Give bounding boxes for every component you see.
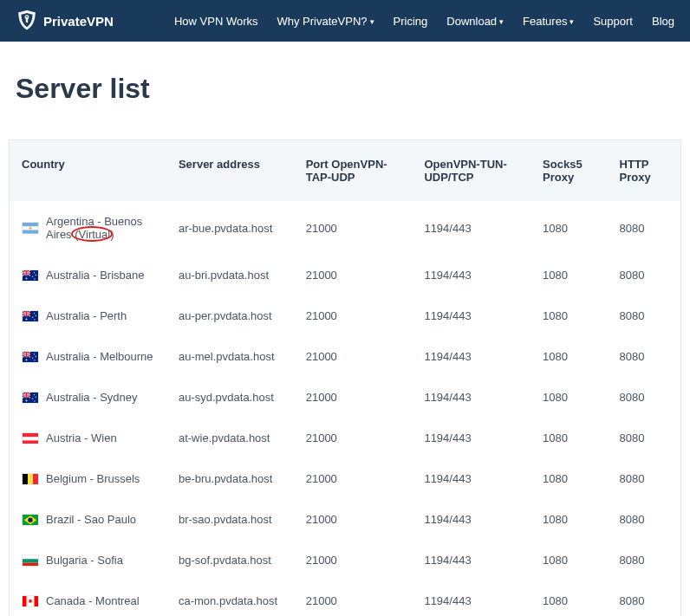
nav-item-label: How VPN Works [174,15,258,28]
cell-tun: 1194/443 [415,295,534,336]
col-tap[interactable]: Port OpenVPN-TAP-UDP [297,140,416,201]
cell-country: Australia - Sydney [10,377,170,418]
nav-item-how-vpn-works[interactable]: How VPN Works [174,15,258,28]
country-label: Austria - Wien [46,431,117,444]
table-row: Australia - Melbourneau-mel.pvdata.host2… [10,336,680,377]
country-label: Australia - Brisbane [46,269,144,282]
cell-http: 8080 [611,580,680,616]
cell-tap: 21000 [297,336,416,377]
svg-point-32 [26,399,28,401]
svg-point-31 [34,400,35,401]
table-row: Australia - Brisbaneau-bri.pvdata.host21… [10,255,680,295]
svg-point-11 [26,277,28,279]
svg-rect-36 [28,474,33,485]
nav-item-download[interactable]: Download▾ [446,15,504,28]
col-socks[interactable]: Socks5 Proxy [534,140,610,201]
cell-http: 8080 [611,377,680,418]
nav-item-support[interactable]: Support [593,15,633,28]
nav-item-blog[interactable]: Blog [652,15,674,28]
cell-country: Belgium - Brussels [10,458,170,499]
nav-items: How VPN WorksWhy PrivateVPN?▾PricingDown… [174,15,674,28]
cell-tap: 21000 [297,540,416,580]
cell-http: 8080 [611,295,680,336]
cell-server: au-mel.pvdata.host [170,336,297,377]
cell-socks: 1080 [534,336,610,377]
cell-country: Bulgaria - Sofia [10,540,170,580]
brand-name: PrivateVPN [43,14,114,29]
country-label: Australia - Sydney [46,391,138,404]
cell-http: 8080 [611,458,680,499]
cell-server: bg-sof.pvdata.host [170,540,297,580]
svg-point-40 [28,517,32,522]
shield-icon [16,9,38,34]
table-header-row: Country Server address Port OpenVPN-TAP-… [10,140,680,201]
svg-point-7 [34,272,35,273]
country-label: Australia - Perth [46,309,127,322]
svg-point-15 [36,314,36,315]
country-label: Canada - Montreal [46,594,140,607]
col-country[interactable]: Country [10,140,170,201]
svg-rect-41 [23,555,38,559]
server-table-wrap: Country Server address Port OpenVPN-TAP-… [9,139,681,616]
svg-point-10 [34,278,35,279]
country-label: Brazil - Sao Paulo [46,513,136,526]
cell-tun: 1194/443 [415,458,534,499]
cell-server: br-sao.pvdata.host [170,499,297,540]
cell-country: Australia - Melbourne [10,336,170,377]
svg-point-28 [34,394,35,395]
svg-rect-37 [33,474,38,485]
cell-country: Argentina - Buenos Aires (Virtual) [10,201,170,255]
cell-socks: 1080 [534,377,610,418]
cell-tun: 1194/443 [415,418,534,458]
svg-point-29 [36,396,36,397]
table-row: Belgium - Brusselsbe-bru.pvdata.host2100… [10,458,680,499]
nav-item-features[interactable]: Features▾ [523,15,574,28]
cell-socks: 1080 [534,418,610,458]
cell-socks: 1080 [534,458,610,499]
be-flag-icon [22,473,39,485]
au-flag-icon [22,351,39,363]
cell-tap: 21000 [297,580,416,616]
svg-rect-43 [23,562,38,566]
cell-http: 8080 [611,499,680,540]
ar-flag-icon [22,222,39,234]
cell-tun: 1194/443 [415,255,534,295]
svg-point-9 [32,276,33,276]
svg-point-4 [29,227,32,230]
br-flag-icon [22,514,39,526]
svg-point-23 [32,357,33,358]
svg-point-22 [36,355,36,356]
cell-socks: 1080 [534,255,610,295]
nav-item-why-privatevpn-[interactable]: Why PrivateVPN?▾ [277,15,374,28]
nav-item-pricing[interactable]: Pricing [394,15,428,28]
svg-point-14 [34,313,35,314]
nav-item-label: Support [593,15,633,28]
at-flag-icon [22,432,39,444]
country-label: Argentina - Buenos Aires (Virtual) [46,215,161,241]
cell-socks: 1080 [534,580,610,616]
col-http[interactable]: HTTP Proxy [611,140,680,201]
cell-http: 8080 [611,336,680,377]
virtual-annotation: (Virtual) [75,228,114,241]
cell-server: au-per.pvdata.host [170,295,297,336]
nav-item-label: Features [523,15,567,28]
cell-tap: 21000 [297,255,416,295]
svg-rect-45 [23,596,26,607]
col-tun[interactable]: OpenVPN-TUN-UDP/TCP [415,140,534,201]
cell-tun: 1194/443 [415,499,534,540]
page-title: Server list [16,73,690,105]
ca-flag-icon [22,595,39,607]
table-row: Australia - Perthau-per.pvdata.host21000… [10,295,680,336]
table-row: Australia - Sydneyau-syd.pvdata.host2100… [10,377,680,418]
cell-tap: 21000 [297,295,416,336]
svg-point-17 [34,319,35,320]
brand-logo[interactable]: PrivateVPN [16,9,114,34]
country-label: Bulgaria - Sofia [46,554,123,567]
col-server[interactable]: Server address [170,140,297,201]
table-row: Bulgaria - Sofiabg-sof.pvdata.host210001… [10,540,680,580]
au-flag-icon [22,392,39,404]
cell-tun: 1194/443 [415,540,534,580]
nav-item-label: Pricing [394,15,428,28]
cell-tun: 1194/443 [415,336,534,377]
table-row: Argentina - Buenos Aires (Virtual)ar-bue… [10,201,680,255]
